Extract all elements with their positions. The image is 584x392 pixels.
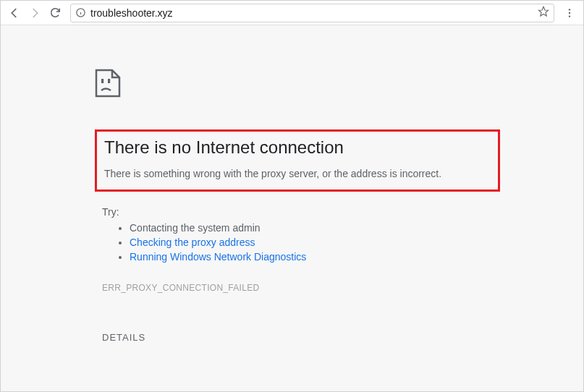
- svg-point-4: [569, 9, 570, 10]
- svg-marker-3: [538, 7, 548, 16]
- url-text: troubleshooter.xyz: [90, 7, 533, 19]
- error-title: There is no Internet connection: [104, 137, 491, 158]
- svg-point-6: [569, 15, 570, 17]
- error-code: ERR_PROXY_CONNECTION_FAILED: [102, 283, 500, 293]
- list-item: Running Windows Network Diagnostics: [130, 251, 500, 263]
- page-content: There is no Internet connection There is…: [1, 25, 583, 392]
- address-bar[interactable]: troubleshooter.xyz: [70, 4, 554, 22]
- forward-button[interactable]: [25, 4, 44, 22]
- menu-icon[interactable]: [560, 4, 579, 22]
- suggestion-text: Contacting the system admin: [130, 222, 261, 234]
- suggestion-list: Contacting the system admin Checking the…: [130, 222, 500, 263]
- error-subtitle: There is something wrong with the proxy …: [104, 168, 491, 179]
- details-button[interactable]: DETAILS: [102, 332, 500, 343]
- list-item: Checking the proxy address: [130, 237, 500, 248]
- bookmark-star-icon[interactable]: [538, 6, 549, 20]
- sad-page-icon: [95, 69, 500, 101]
- network-diagnostics-link[interactable]: Running Windows Network Diagnostics: [130, 251, 306, 263]
- svg-rect-8: [108, 79, 110, 83]
- back-button[interactable]: [5, 4, 24, 22]
- list-item: Contacting the system admin: [130, 222, 500, 234]
- reload-button[interactable]: [46, 4, 64, 22]
- error-highlight-box: There is no Internet connection There is…: [95, 129, 500, 192]
- browser-toolbar: troubleshooter.xyz: [1, 1, 583, 25]
- error-container: There is no Internet connection There is…: [95, 69, 500, 343]
- site-info-icon[interactable]: [75, 7, 86, 18]
- try-label: Try:: [102, 206, 500, 218]
- svg-point-5: [569, 12, 570, 13]
- svg-rect-7: [101, 79, 103, 83]
- proxy-address-link[interactable]: Checking the proxy address: [130, 237, 255, 248]
